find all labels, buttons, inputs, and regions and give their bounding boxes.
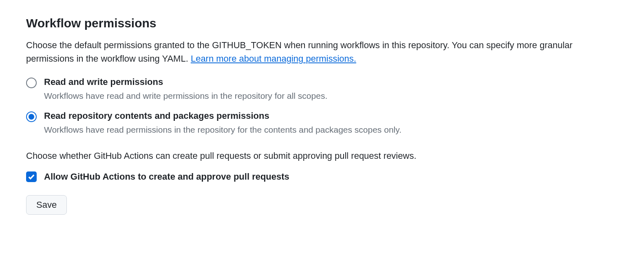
radio-label-read-only[interactable]: Read repository contents and packages pe… — [44, 111, 618, 121]
radio-read-write[interactable] — [26, 78, 37, 88]
section-description: Choose the default permissions granted t… — [26, 38, 618, 65]
radio-description: Workflows have read and write permission… — [44, 90, 618, 102]
checkbox-label-allow-pr[interactable]: Allow GitHub Actions to create and appro… — [44, 171, 289, 182]
radio-content: Read and write permissions Workflows hav… — [44, 77, 618, 102]
radio-read-only[interactable] — [26, 111, 37, 122]
section-title: Workflow permissions — [26, 16, 618, 30]
radio-description: Workflows have read permissions in the r… — [44, 124, 618, 136]
pr-description: Choose whether GitHub Actions can create… — [26, 149, 618, 162]
permissions-radio-group: Read and write permissions Workflows hav… — [26, 77, 618, 136]
checkbox-option-allow-pr: Allow GitHub Actions to create and appro… — [26, 171, 618, 182]
learn-more-link[interactable]: Learn more about managing permissions. — [191, 53, 356, 64]
save-button[interactable]: Save — [26, 195, 67, 215]
radio-option-read-write: Read and write permissions Workflows hav… — [26, 77, 618, 102]
checkbox-allow-pr[interactable] — [26, 171, 37, 182]
radio-label-read-write[interactable]: Read and write permissions — [44, 77, 618, 87]
radio-option-read-only: Read repository contents and packages pe… — [26, 111, 618, 136]
checkmark-icon — [28, 173, 35, 180]
radio-content: Read repository contents and packages pe… — [44, 111, 618, 136]
